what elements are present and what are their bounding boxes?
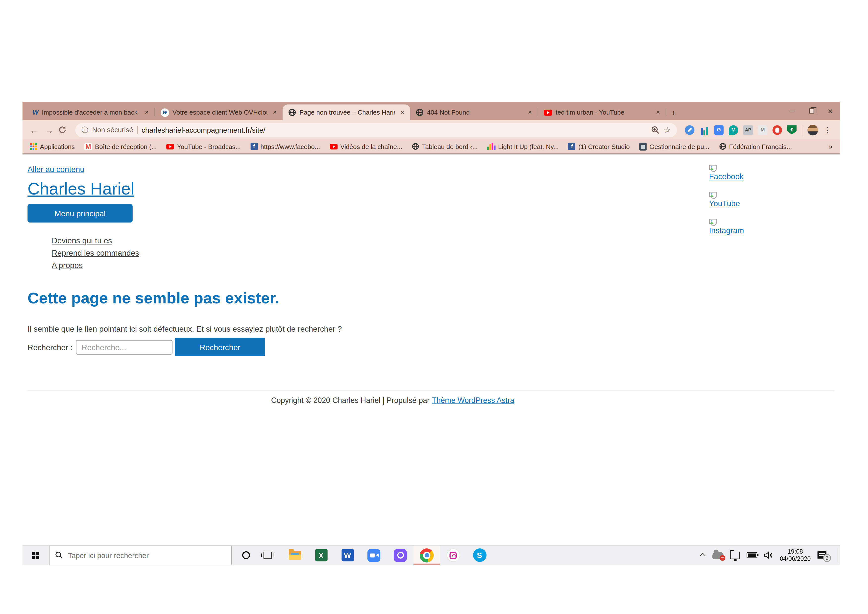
tab-ovh-client[interactable]: W Votre espace client Web OVHclou ✕ (155, 104, 282, 120)
new-tab-button[interactable]: + (666, 104, 681, 120)
file-explorer-icon[interactable] (282, 546, 308, 565)
stats-extension-icon[interactable] (699, 125, 709, 135)
social-links: Facebook YouTube Instagram (709, 164, 744, 245)
info-icon[interactable]: ⓘ (81, 125, 88, 135)
social-item-youtube: YouTube (709, 192, 744, 219)
bookmark-creator-studio[interactable]: f (1) Creator Studio (568, 143, 630, 150)
purple-ring-app-icon[interactable] (387, 546, 414, 565)
tab-ovh-backoffice[interactable]: W Impossible d'acceder à mon back ✕ (27, 104, 154, 120)
url-text[interactable]: charleshariel-accompagnement.fr/site/ (141, 126, 265, 134)
zoom-app-icon[interactable] (361, 546, 387, 565)
youtube-icon (166, 144, 174, 149)
mailtrack-extension-icon[interactable]: M (729, 125, 738, 135)
start-button[interactable] (23, 546, 49, 565)
bookmark-star-icon[interactable]: ☆ (664, 125, 671, 134)
bookmark-videos-chaine[interactable]: Vidéos de la chaîne... (330, 143, 402, 150)
menu-link-deviens[interactable]: Deviens qui tu es (52, 236, 112, 245)
tray-date: 04/06/2020 (780, 555, 811, 563)
social-item-instagram: Instagram (709, 219, 744, 245)
instagram-icon[interactable] (440, 546, 467, 565)
youtube-link[interactable]: YouTube (709, 199, 740, 208)
close-icon[interactable]: ✕ (143, 109, 151, 116)
close-icon[interactable]: ✕ (526, 109, 534, 116)
reload-button[interactable] (58, 125, 71, 134)
bookmark-federation[interactable]: Fédération Français... (719, 143, 792, 150)
tab-404[interactable]: 404 Not Found ✕ (410, 104, 538, 120)
bookmark-gmail[interactable]: M Boîte de réception (... (84, 143, 157, 150)
main-menu-button[interactable]: Menu principal (28, 204, 133, 222)
desktop: W Impossible d'acceder à mon back ✕ W Vo… (0, 0, 868, 614)
show-desktop-divider[interactable] (837, 548, 838, 562)
windows-taskbar: X W S 19:08 04/06/2020 (23, 545, 840, 564)
browser-window: W Impossible d'acceder à mon back ✕ W Vo… (23, 102, 840, 545)
instagram-link[interactable]: Instagram (709, 226, 744, 235)
ap-extension-icon[interactable]: AP (743, 125, 753, 135)
astra-theme-link[interactable]: Thème WordPress Astra (432, 396, 514, 405)
broken-image-icon (709, 192, 744, 199)
site-title-link[interactable]: Charles Hariel (28, 179, 134, 198)
cortana-icon[interactable] (242, 551, 250, 559)
clock[interactable]: 19:08 04/06/2020 (780, 548, 811, 563)
globe-icon (416, 109, 424, 116)
chrome-menu-icon[interactable]: ⋮ (820, 125, 835, 134)
tab-youtube[interactable]: ted tim urban - YouTube ✕ (538, 104, 666, 120)
address-bar[interactable]: ⓘ Non sécurisé charleshariel-accompagnem… (75, 123, 677, 137)
tab-page-non-trouvee[interactable]: Page non trouvée – Charles Harie ✕ (282, 104, 410, 120)
taskbar-search[interactable] (49, 546, 232, 565)
social-item-facebook: Facebook (709, 164, 744, 192)
skype-icon[interactable]: S (467, 546, 493, 565)
profile-avatar[interactable] (808, 124, 818, 135)
green-shield-extension-icon[interactable]: £ (787, 125, 797, 135)
minimize-button[interactable] (783, 102, 802, 120)
bookmark-facebook[interactable]: f https://www.facebo... (250, 143, 320, 150)
bookmark-light-it-up[interactable]: Light It Up (feat. Ny... (487, 143, 559, 150)
m-edit-extension-icon[interactable]: M (758, 125, 767, 135)
close-icon[interactable]: ✕ (398, 109, 406, 116)
ovh-icon: W (163, 110, 167, 115)
taskbar-search-input[interactable] (68, 551, 209, 559)
tab-strip: W Impossible d'acceder à mon back ✕ W Vo… (23, 102, 840, 120)
menu-link-reprend[interactable]: Reprend les commandes (52, 248, 139, 257)
bookmark-youtube[interactable]: YouTube - Broadcas... (166, 143, 241, 150)
notification-center-icon[interactable]: 2 (817, 550, 828, 560)
security-label: Non sécurisé (92, 126, 133, 134)
restore-icon (809, 109, 814, 113)
facebook-link[interactable]: Facebook (709, 172, 744, 181)
stop-hand-extension-icon[interactable] (772, 125, 782, 135)
bookmark-tableau-de-bord[interactable]: Tableau de bord ‹... (412, 143, 478, 150)
bookmark-gestionnaire[interactable]: Gestionnaire de pu... (639, 143, 709, 150)
wrench-extension-icon[interactable] (685, 125, 694, 135)
chrome-icon[interactable] (414, 546, 440, 565)
restore-button[interactable] (802, 102, 821, 120)
search-label: Rechercher : (28, 343, 73, 351)
apps-grid-icon (30, 143, 37, 150)
address-divider (137, 126, 138, 134)
notification-badge: 2 (823, 554, 831, 562)
lead-text: Il semble que le lien pointant ici soit … (28, 324, 834, 333)
close-icon[interactable]: ✕ (654, 109, 662, 116)
search-button[interactable]: Rechercher (175, 338, 265, 357)
copyright-text: Copyright © 2020 Charles Hariel | Propul… (28, 396, 758, 405)
word-icon[interactable]: W (334, 546, 361, 565)
menu-link-a-propos[interactable]: A propos (52, 261, 83, 270)
forward-button[interactable]: → (43, 125, 56, 135)
battery-icon[interactable] (747, 552, 757, 558)
speaker-icon[interactable] (764, 551, 773, 559)
bookmarks-overflow-chevron[interactable]: » (829, 142, 832, 150)
skip-to-content-link[interactable]: Aller au contenu (28, 164, 84, 174)
close-window-button[interactable]: ✕ (821, 102, 840, 120)
tab-title: Votre espace client Web OVHclou (172, 109, 268, 116)
network-icon[interactable] (730, 552, 740, 559)
task-view-icon[interactable] (264, 552, 272, 558)
search-input[interactable] (76, 340, 173, 354)
youtube-icon (544, 109, 552, 116)
menu-item: A propos (52, 259, 834, 271)
bookmark-applications[interactable]: Applications (30, 143, 75, 150)
excel-icon[interactable]: X (308, 546, 334, 565)
back-button[interactable]: ← (28, 125, 40, 135)
translate-extension-icon[interactable]: G (714, 125, 724, 135)
chevron-up-icon[interactable] (699, 553, 706, 559)
onedrive-icon[interactable] (712, 552, 724, 559)
close-icon[interactable]: ✕ (271, 109, 279, 116)
zoom-in-page-icon[interactable] (651, 126, 660, 134)
